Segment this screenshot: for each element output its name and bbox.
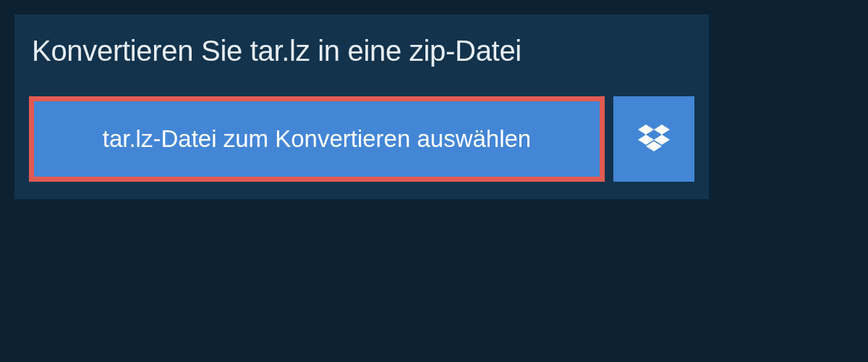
file-chooser-row: tar.lz-Datei zum Konvertieren auswählen [14,96,709,199]
panel-title: Konvertieren Sie tar.lz in eine zip-Date… [14,14,709,96]
converter-panel: Konvertieren Sie tar.lz in eine zip-Date… [14,14,709,199]
dropbox-button[interactable] [613,96,694,182]
dropbox-icon [638,125,670,153]
select-file-button[interactable]: tar.lz-Datei zum Konvertieren auswählen [29,96,605,182]
